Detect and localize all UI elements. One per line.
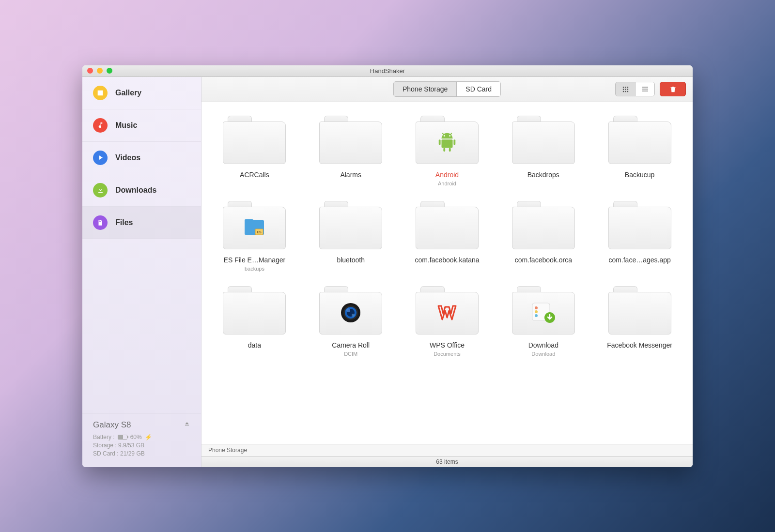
folder-icon: ES	[223, 201, 286, 249]
folder-name: com.facebook.orca	[515, 256, 572, 264]
eject-icon[interactable]	[184, 421, 190, 429]
folder-name: Camera Roll	[332, 341, 370, 349]
svg-rect-4	[453, 139, 455, 145]
svg-point-20	[535, 314, 538, 317]
folder-icon	[608, 116, 671, 164]
folder-name: Alarms	[340, 171, 361, 179]
folder-name: Download	[528, 341, 558, 349]
sidebar-item-videos[interactable]: Videos	[82, 142, 201, 174]
svg-rect-3	[439, 139, 441, 145]
sidebar-item-label: Downloads	[115, 186, 156, 195]
device-name: Galaxy S8	[93, 420, 131, 430]
grid-view-button[interactable]	[616, 82, 635, 96]
path-text: Phone Storage	[208, 447, 247, 454]
folder-icon	[512, 116, 575, 164]
folder-item[interactable]: com.facebook.orca	[495, 201, 591, 272]
status-text: 63 items	[436, 458, 458, 465]
view-mode-switch	[615, 82, 655, 96]
sidebar-item-label: Videos	[115, 153, 140, 162]
folder-subname: Documents	[434, 351, 461, 357]
folder-item[interactable]: Android Android	[399, 116, 496, 186]
sdcard-line: SD Card : 21/29 GB	[93, 450, 190, 457]
svg-point-0	[444, 135, 445, 137]
battery-icon	[118, 435, 127, 440]
folder-name: data	[248, 341, 261, 349]
sidebar-item-downloads[interactable]: Downloads	[82, 174, 201, 207]
folder-item[interactable]: data	[206, 286, 303, 357]
folder-name: Android	[435, 171, 459, 179]
folder-name: ES File E…Manager	[224, 256, 286, 264]
svg-point-16	[352, 314, 355, 317]
delete-button[interactable]	[660, 82, 686, 96]
folder-subname: Download	[531, 351, 555, 357]
folder-item[interactable]: Backucup	[591, 116, 688, 186]
folder-icon	[223, 286, 286, 334]
video-icon	[93, 151, 108, 165]
folder-item[interactable]: com.face…ages.app	[591, 201, 688, 272]
zoom-window-button[interactable]	[107, 68, 112, 74]
folder-icon	[416, 116, 479, 164]
folder-subname: backups	[245, 266, 264, 272]
svg-point-19	[535, 310, 538, 313]
svg-rect-5	[443, 148, 445, 152]
svg-rect-6	[449, 148, 451, 152]
folder-name: Facebook Messenger	[607, 341, 672, 349]
folder-icon	[608, 286, 671, 334]
status-bar: 63 items	[202, 456, 693, 467]
svg-text:ES: ES	[257, 230, 262, 234]
folder-name: ACRCalls	[240, 171, 269, 179]
sidebar-item-gallery[interactable]: Gallery	[82, 77, 201, 109]
storage-tabs: Phone StorageSD Card	[393, 81, 501, 97]
folder-icon	[319, 116, 382, 164]
folder-name: bluetooth	[337, 256, 365, 264]
folder-item[interactable]: com.facebook.katana	[399, 201, 496, 272]
folder-name: com.facebook.katana	[415, 256, 479, 264]
list-view-button[interactable]	[635, 82, 654, 96]
sidebar-item-label: Gallery	[115, 89, 141, 97]
folder-name: com.face…ages.app	[608, 256, 670, 264]
folder-icon	[319, 201, 382, 249]
folder-icon	[608, 201, 671, 249]
folder-icon	[512, 286, 575, 334]
sidebar-item-label: Music	[115, 121, 137, 130]
path-bar: Phone Storage	[202, 444, 693, 456]
folder-item[interactable]: bluetooth	[303, 201, 399, 272]
camera-icon	[340, 302, 362, 324]
folder-icon	[223, 116, 286, 164]
minimize-window-button[interactable]	[97, 68, 103, 74]
toolbar: Phone StorageSD Card	[202, 77, 693, 102]
sidebar-item-files[interactable]: Files	[82, 207, 201, 239]
app-window: HandShaker GalleryMusicVideosDownloadsFi…	[82, 65, 693, 467]
battery-line: Battery : 60% ⚡	[93, 434, 190, 441]
file-grid-scroll[interactable]: ACRCalls Alarms Android Android Backdrop…	[202, 102, 693, 444]
folder-item[interactable]: Backdrops	[495, 116, 591, 186]
close-window-button[interactable]	[87, 68, 93, 74]
folder-item[interactable]: Alarms	[303, 116, 399, 186]
folder-name: WPS Office	[430, 341, 465, 349]
folder-item[interactable]: WPS Office Documents	[399, 286, 496, 357]
traffic-lights	[87, 68, 112, 74]
folder-item[interactable]: ES ES File E…Manager backups	[206, 201, 303, 272]
storage-tab-sd-card[interactable]: SD Card	[456, 82, 500, 96]
sidebar-item-label: Files	[115, 218, 133, 227]
folder-icon	[512, 201, 575, 249]
main-panel: Phone StorageSD Card	[202, 77, 693, 467]
download-icon	[93, 183, 108, 198]
android-icon	[436, 131, 458, 153]
storage-tab-phone-storage[interactable]: Phone Storage	[394, 82, 456, 96]
gallery-icon	[93, 86, 108, 100]
svg-rect-2	[441, 139, 452, 148]
folder-name: Backucup	[625, 171, 654, 179]
wps-icon	[436, 302, 458, 323]
sidebar-item-music[interactable]: Music	[82, 109, 201, 142]
svg-point-1	[449, 135, 450, 137]
window-body: GalleryMusicVideosDownloadsFiles Galaxy …	[82, 77, 693, 467]
folder-item[interactable]: Facebook Messenger	[591, 286, 688, 357]
folder-item[interactable]: Camera Roll DCIM	[303, 286, 399, 357]
folder-item[interactable]: Download Download	[495, 286, 591, 357]
folder-icon	[416, 201, 479, 249]
device-panel: Galaxy S8 Battery : 60% ⚡ Storage : 9.9/…	[82, 413, 201, 467]
folder-icon	[319, 286, 382, 334]
folder-item[interactable]: ACRCalls	[206, 116, 303, 186]
charging-icon: ⚡	[145, 434, 152, 441]
